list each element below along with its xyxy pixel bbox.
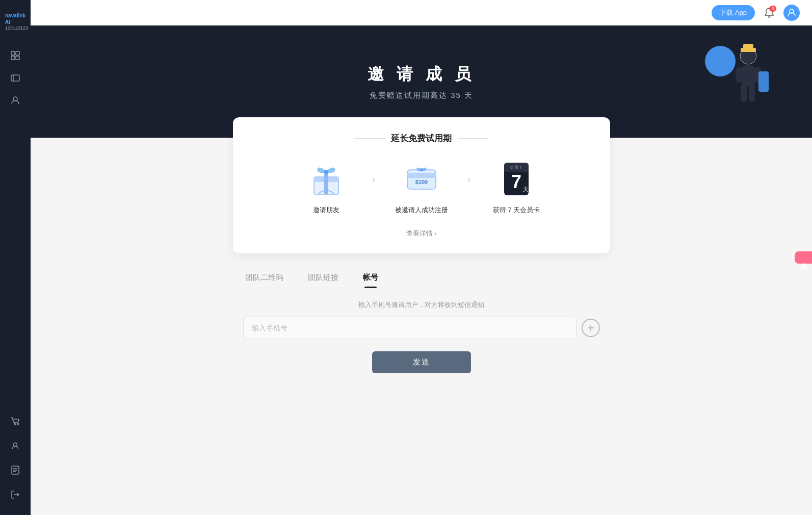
svg-rect-0 [11, 52, 15, 55]
sidebar-item-plugin[interactable] [5, 68, 25, 88]
step-3-label: 获得 7 天会员卡 [493, 205, 540, 215]
sidebar-item-person[interactable] [5, 90, 25, 111]
svg-text:天: 天 [523, 186, 529, 192]
add-phone-button[interactable] [582, 319, 600, 337]
svg-text:$100: $100 [415, 179, 427, 185]
input-row [243, 317, 600, 339]
float-help-button[interactable]: 帮助 [795, 251, 812, 264]
card-title: 延长免费试用期 [391, 133, 452, 144]
input-hint: 输入手机号邀请用户，对方将收到短信通知 [243, 300, 600, 310]
step-invite-friend: 邀请朋友 [285, 159, 367, 215]
notification-bell[interactable]: 6 [761, 5, 777, 21]
sidebar-item-member[interactable] [5, 435, 25, 456]
phone-input[interactable] [243, 317, 577, 339]
sidebar-logo: navalink AI 123123123 [0, 8, 31, 39]
svg-point-7 [14, 424, 16, 425]
tab-section: 团队二维码 团队链接 帐号 输入手机号邀请用户，对方将收到短信通知 发送 [233, 268, 610, 373]
svg-rect-25 [758, 71, 769, 92]
main-content: 下载 App 6 邀 请 成 员 免费赠送试用期高达 35 天 [31, 0, 812, 515]
hero-title: 邀 请 成 员 [368, 63, 475, 86]
logo-text: navalink AI [5, 12, 25, 25]
topbar: 下载 App 6 [31, 0, 812, 25]
tabs-row: 团队二维码 团队链接 帐号 [233, 268, 610, 288]
reward-card-icon: 会员卡 7 天 [496, 159, 537, 199]
gift-icon [306, 159, 347, 199]
step-reward: 会员卡 7 天 获得 7 天会员卡 [476, 159, 557, 215]
svg-rect-21 [741, 84, 747, 102]
download-app-button[interactable]: 下载 App [712, 5, 755, 20]
step-2-label: 被邀请人成功注册 [395, 205, 448, 215]
arrow-2: › [462, 173, 476, 185]
view-details-link[interactable]: 查看详情 › [253, 229, 590, 238]
avatar[interactable] [783, 5, 800, 21]
sidebar-item-cart[interactable] [5, 411, 25, 431]
svg-rect-19 [736, 67, 743, 83]
tab-account[interactable]: 帐号 [351, 268, 390, 288]
input-section: 输入手机号邀请用户，对方将收到短信通知 发送 [233, 300, 610, 373]
tab-link[interactable]: 团队链接 [296, 268, 351, 288]
logo-sub: 123123123 [5, 25, 25, 31]
page-body: 邀 请 成 员 免费赠送试用期高达 35 天 [31, 25, 812, 515]
steps-row: 邀请朋友 › $100 [253, 159, 590, 215]
svg-text:7: 7 [511, 171, 521, 192]
svg-rect-4 [11, 75, 19, 81]
svg-point-8 [17, 424, 19, 425]
hero-subtitle: 免费赠送试用期高达 35 天 [370, 91, 473, 100]
card-title-row: 延长免费试用期 [253, 133, 590, 144]
title-line-right [458, 138, 488, 139]
step-1-label: 邀请朋友 [313, 205, 339, 215]
arrow-1: › [367, 173, 381, 185]
svg-point-29 [324, 170, 328, 174]
sidebar-item-logout[interactable] [5, 484, 25, 505]
svg-rect-18 [742, 65, 755, 86]
hero-figure [705, 36, 771, 130]
svg-rect-1 [16, 52, 19, 55]
sidebar-bottom [5, 411, 25, 507]
hero-dots-decoration [31, 25, 163, 138]
notification-badge: 6 [769, 6, 776, 12]
svg-rect-22 [749, 84, 755, 102]
svg-rect-2 [11, 56, 15, 60]
svg-text:会员卡: 会员卡 [510, 165, 522, 170]
register-card-icon: $100 [401, 159, 442, 199]
sidebar-item-doc[interactable] [5, 460, 25, 480]
svg-point-16 [705, 46, 736, 76]
step-register: $100 被邀请人成功注册 [381, 159, 462, 215]
svg-rect-31 [407, 173, 436, 178]
send-button[interactable]: 发送 [372, 351, 471, 373]
svg-point-33 [420, 168, 423, 171]
invite-card: 延长免费试用期 [233, 117, 610, 253]
sidebar-item-template[interactable] [5, 45, 25, 66]
svg-rect-3 [16, 56, 19, 60]
svg-rect-24 [743, 44, 753, 50]
sidebar: navalink AI 123123123 [0, 0, 31, 515]
tab-qrcode[interactable]: 团队二维码 [233, 268, 296, 288]
title-line-left [354, 138, 385, 139]
